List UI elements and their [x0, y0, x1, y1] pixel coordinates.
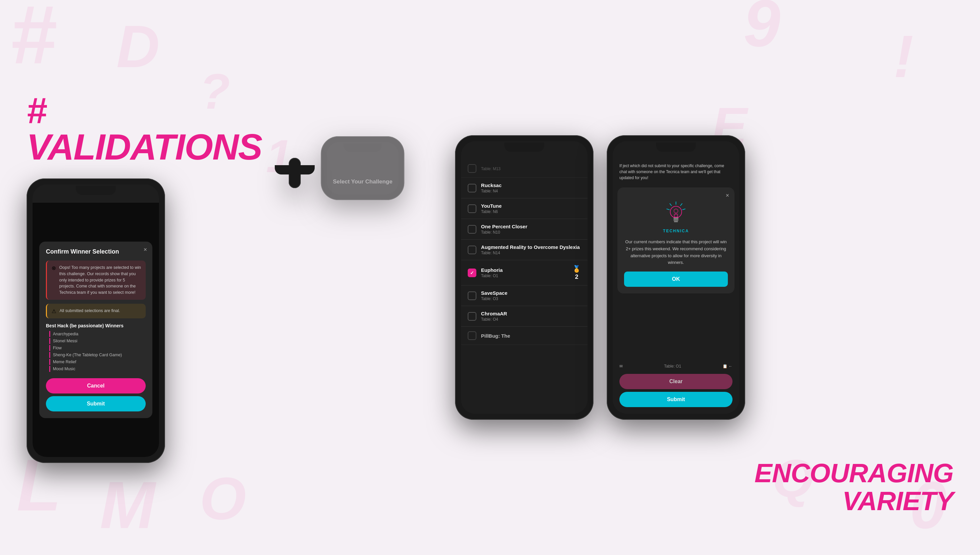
phone-4-bg-text: If ject which did not submit to your spe… — [613, 159, 739, 184]
project-table-savespace: Table: O3 — [481, 297, 581, 301]
phone-4-modal-area: × — [613, 184, 739, 361]
phone-3-wrapper: Table: M13 Rucksac Table: N4 — [455, 135, 594, 420]
phone-1-section-title: Best Hack (be passionate) Winners — [46, 323, 146, 328]
technica-logo-area: TECHNICA — [624, 201, 728, 233]
right-section: ENCOURAGING VARIETY — [755, 20, 953, 535]
svg-line-3 — [670, 204, 672, 206]
phone-3-scroll[interactable]: Rucksac Table: N4 YouTune Table: N6 — [461, 178, 587, 414]
phone-4-wrapper: If ject which did not submit to your spe… — [607, 135, 745, 420]
phone-1-submit-button[interactable]: Submit — [46, 396, 146, 411]
error-icon: ⊗ — [51, 265, 56, 271]
project-checkbox-savespace[interactable] — [468, 292, 476, 300]
project-info-pillbug: PillBug: The — [481, 333, 581, 338]
project-item-chromaar[interactable]: ChromaAR Table: O4 — [461, 306, 587, 327]
winner-item: Mood Music — [49, 366, 146, 372]
phone-4-bottom: ✉ Table: O1 📋 ← Clear Submit — [613, 361, 739, 414]
left-section: # VALIDATIONS Confirm Winner Selection × — [27, 92, 280, 463]
svg-point-5 — [670, 206, 682, 218]
phone-1-screen: Confirm Winner Selection × ⊗ Oops! Too m… — [32, 184, 159, 457]
winner-item: Anarchypedia — [49, 331, 146, 337]
project-item-rucksac[interactable]: Rucksac Table: N4 — [461, 178, 587, 198]
project-info-chromaar: ChromaAR Table: O4 — [481, 311, 581, 322]
project-checkbox-euphoria[interactable]: ✓ — [468, 268, 476, 277]
project-item-savespace[interactable]: SaveSpace Table: O3 — [461, 286, 587, 306]
project-item-youtune[interactable]: YouTune Table: N6 — [461, 198, 587, 219]
svg-point-9 — [674, 209, 678, 213]
project-checkbox-onepercent[interactable] — [468, 225, 476, 234]
project-name-savespace: SaveSpace — [481, 290, 581, 296]
svg-line-4 — [667, 209, 669, 210]
project-checkbox-top[interactable] — [468, 164, 476, 173]
svg-line-1 — [681, 204, 682, 206]
phone-4-frame: If ject which did not submit to your spe… — [607, 135, 745, 420]
phone-1-error-alert: ⊗ Oops! Too many projects are selected t… — [46, 261, 146, 300]
phone-3-screen: Table: M13 Rucksac Table: N4 — [461, 141, 587, 414]
phone-2-back-frame: Select Your Challenge — [321, 136, 404, 200]
phone-4-table-label: Table: O1 — [664, 364, 681, 369]
phone-1-error-text: Oops! Too many projects are selected to … — [59, 265, 141, 296]
winner-item: Meme Relief — [49, 359, 146, 365]
project-table-onepercent: Table: N10 — [481, 230, 581, 235]
phone-4-mail-icon: ✉ — [620, 364, 623, 369]
project-checkbox-chromaar[interactable] — [468, 312, 476, 321]
project-item-ar[interactable]: Augmented Reality to Overcome Dyslexia T… — [461, 240, 587, 260]
project-info-rucksac: Rucksac Table: N4 — [481, 183, 581, 193]
warning-icon: ⚠ — [51, 308, 56, 314]
phone-4-content: If ject which did not submit to your spe… — [613, 141, 739, 414]
phone-4-top-text: If ject which did not submit to your spe… — [620, 163, 732, 181]
project-checkbox-youtune[interactable] — [468, 204, 476, 213]
project-info-savespace: SaveSpace Table: O3 — [481, 290, 581, 301]
project-table-youtune: Table: N6 — [481, 209, 581, 214]
project-table-rucksac: Table: N4 — [481, 189, 581, 193]
project-name-youtune: YouTune — [481, 203, 581, 209]
project-name-pillbug: PillBug: The — [481, 333, 581, 338]
phone-1-winner-list: Anarchypedia Slionel Messi Flow Sheng-Ke… — [46, 331, 146, 372]
phone-4-submit-button[interactable]: Submit — [620, 392, 732, 407]
phone-2-bg: Select Your Challenge — [327, 159, 399, 194]
winner-item: Flow — [49, 345, 146, 351]
project-item-top[interactable]: Table: M13 — [461, 159, 587, 178]
svg-rect-14 — [674, 221, 678, 222]
project-info-onepercent: One Percent Closer Table: N10 — [481, 224, 581, 235]
project-info-youtune: YouTune Table: N6 — [481, 203, 581, 214]
project-info-top: Table: M13 — [481, 166, 581, 171]
phone-2-back-wrapper: Select Your Challenge — [319, 135, 407, 202]
project-info-euphoria: Euphoria Table: O1 — [481, 267, 568, 278]
badge-number-euphoria: 2 — [575, 274, 578, 281]
project-name-onepercent: One Percent Closer — [481, 224, 581, 229]
phones-section: Select Your Challenge Conf — [280, 135, 755, 420]
trophy-icon: 🏅 — [573, 265, 581, 273]
phone-4-modal-text: Our current numbers indicate that this p… — [624, 239, 728, 266]
overlapping-phones: Select Your Challenge Conf — [289, 135, 442, 420]
project-checkbox-pillbug[interactable] — [468, 331, 476, 340]
phone-4-action-icons: 📋 ← — [723, 364, 732, 369]
phone-2-bg-title: Select Your Challenge — [333, 178, 393, 185]
svg-rect-13 — [674, 219, 679, 221]
phone-1-wrapper: Confirm Winner Selection × ⊗ Oops! Too m… — [27, 178, 165, 463]
phone-4-ok-button[interactable]: OK — [624, 271, 728, 287]
project-table-chromaar: Table: O4 — [481, 317, 581, 322]
phone-1-modal-overlay: Confirm Winner Selection × ⊗ Oops! Too m… — [32, 203, 159, 457]
phone-1-content: Confirm Winner Selection × ⊗ Oops! Too m… — [32, 184, 159, 457]
phone-2-front-frame: Confirm Winner Selection × ⚠ Just a head… — [289, 158, 301, 188]
bottom-title: ENCOURAGING VARIETY — [755, 459, 953, 515]
phone-1-close-button[interactable]: × — [143, 246, 147, 253]
phone-4-clear-button[interactable]: Clear — [620, 374, 732, 389]
phone-1-frame: Confirm Winner Selection × ⊗ Oops! Too m… — [27, 178, 165, 463]
phone-4-info-row: ✉ Table: O1 📋 ← — [620, 364, 732, 369]
project-item-euphoria[interactable]: ✓ Euphoria Table: O1 🏅 2 — [461, 260, 587, 286]
project-table-top: Table: M13 — [481, 167, 581, 171]
project-table-euphoria: Table: O1 — [481, 274, 568, 278]
project-name-euphoria: Euphoria — [481, 267, 568, 273]
phone-4-close-button[interactable]: × — [726, 192, 729, 199]
project-item-pillbug[interactable]: PillBug: The — [461, 327, 587, 345]
phone-2-back-screen: Select Your Challenge — [327, 142, 399, 194]
project-item-onepercent[interactable]: One Percent Closer Table: N10 — [461, 219, 587, 240]
svg-line-2 — [682, 209, 685, 210]
phone-1-modal-title: Confirm Winner Selection — [46, 248, 146, 255]
phone-1-cancel-button[interactable]: Cancel — [46, 378, 146, 393]
project-table-ar: Table: N14 — [481, 250, 581, 255]
project-checkbox-ar[interactable] — [468, 245, 476, 254]
project-checkbox-rucksac[interactable] — [468, 184, 476, 192]
phone-4-technica-dialog: × — [617, 188, 734, 294]
